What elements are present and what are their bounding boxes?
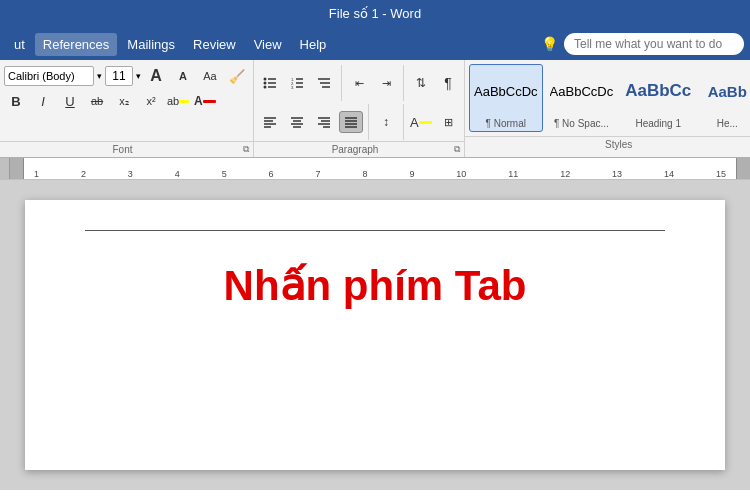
menu-item-mailings[interactable]: Mailings	[119, 33, 183, 56]
style-normal-name: ¶ Normal	[486, 118, 526, 129]
search-box[interactable]	[564, 33, 744, 55]
shading-color-bar	[419, 121, 432, 124]
ruler-tick-9: 9	[409, 169, 414, 179]
ruler-tick-12: 12	[560, 169, 570, 179]
font-group: ▾ ▾ A A Aa 🧹 B I U ab x₂ x²	[0, 60, 254, 157]
underline-button[interactable]: U	[58, 90, 82, 112]
style-normal-preview: AaBbCcDc	[474, 67, 538, 116]
ruler-tick-3: 3	[128, 169, 133, 179]
line-spacing-button[interactable]: ↕	[374, 111, 398, 133]
style-heading1-name: Heading 1	[635, 118, 681, 129]
ruler-tick-1: 1	[34, 169, 39, 179]
font-size-dropdown-icon[interactable]: ▾	[136, 71, 141, 81]
document-page[interactable]: Nhấn phím Tab	[25, 200, 725, 470]
svg-point-5	[264, 86, 267, 89]
align-right-button[interactable]	[312, 111, 336, 133]
show-hide-button[interactable]: ¶	[436, 72, 460, 94]
para-sep-4	[403, 104, 404, 140]
font-row-1: ▾ ▾ A A Aa 🧹	[4, 65, 249, 87]
ruler-tick-4: 4	[175, 169, 180, 179]
font-group-body: ▾ ▾ A A Aa 🧹 B I U ab x₂ x²	[0, 60, 253, 141]
ruler-tick-11: 11	[508, 169, 518, 179]
align-left-icon	[263, 115, 277, 129]
paragraph-group-body: 1.2.3. ⇤ ⇥ ⇅ ¶	[254, 60, 464, 141]
font-size-input[interactable]	[105, 66, 133, 86]
svg-point-4	[264, 82, 267, 85]
menu-item-references[interactable]: References	[35, 33, 117, 56]
menu-item-ut[interactable]: ut	[6, 33, 33, 56]
ruler-white-area: 1 2 3 4 5 6 7 8 9 10 11 12 13 14 15	[24, 158, 736, 179]
font-case-button[interactable]: Aa	[198, 65, 222, 87]
menu-item-review[interactable]: Review	[185, 33, 244, 56]
font-name-input[interactable]	[4, 66, 94, 86]
font-shrink-button[interactable]: A	[171, 65, 195, 87]
multilevel-button[interactable]	[312, 72, 336, 94]
decrease-indent-button[interactable]: ⇤	[347, 72, 371, 94]
ruler-tick-14: 14	[664, 169, 674, 179]
ruler-tick-6: 6	[269, 169, 274, 179]
doc-heading[interactable]: Nhấn phím Tab	[85, 261, 665, 310]
font-row-2: B I U ab x₂ x² ab A	[4, 90, 217, 112]
align-center-button[interactable]	[285, 111, 309, 133]
numbering-icon: 1.2.3.	[290, 76, 304, 90]
font-name-dropdown-icon[interactable]: ▾	[97, 71, 102, 81]
multilevel-icon	[317, 76, 331, 90]
style-no-spacing[interactable]: AaBbCcDc ¶ No Spac...	[545, 64, 619, 132]
ruler-tick-15: 15	[716, 169, 726, 179]
lightbulb-icon: 💡	[541, 36, 558, 52]
style-heading1-preview: AaBbCc	[625, 67, 691, 116]
font-expand-icon[interactable]: ⧉	[243, 144, 249, 155]
title-text: File số 1 - Word	[329, 6, 421, 21]
svg-text:3.: 3.	[291, 85, 294, 90]
align-center-icon	[290, 115, 304, 129]
increase-indent-button[interactable]: ⇥	[374, 72, 398, 94]
italic-button[interactable]: I	[31, 90, 55, 112]
font-color-button[interactable]: A	[193, 90, 217, 112]
strikethrough-button[interactable]: ab	[85, 90, 109, 112]
borders-button[interactable]: ⊞	[436, 111, 460, 133]
style-no-spacing-name: ¶ No Spac...	[554, 118, 609, 129]
style-heading1[interactable]: AaBbCc Heading 1	[620, 64, 696, 132]
title-bar: File số 1 - Word	[0, 0, 750, 28]
toolbar-section: ▾ ▾ A A Aa 🧹 B I U ab x₂ x²	[0, 60, 750, 157]
bullets-icon	[263, 76, 277, 90]
ruler-corner	[0, 158, 10, 179]
ruler: 1 2 3 4 5 6 7 8 9 10 11 12 13 14 15	[0, 158, 750, 180]
para-row-1: 1.2.3. ⇤ ⇥ ⇅ ¶	[258, 65, 460, 101]
menu-item-view[interactable]: View	[246, 33, 290, 56]
paragraph-group: 1.2.3. ⇤ ⇥ ⇅ ¶	[254, 60, 465, 157]
ruler-tick-10: 10	[456, 169, 466, 179]
sort-button[interactable]: ⇅	[409, 72, 433, 94]
font-group-label: Font	[4, 144, 241, 155]
ruler-tick-5: 5	[222, 169, 227, 179]
search-input[interactable]	[574, 37, 734, 51]
menu-item-help[interactable]: Help	[292, 33, 335, 56]
ruler-tick-8: 8	[362, 169, 367, 179]
styles-group-label: Styles	[469, 139, 750, 150]
justify-icon	[344, 115, 358, 129]
subscript-button[interactable]: x₂	[112, 90, 136, 112]
align-left-button[interactable]	[258, 111, 282, 133]
text-highlight-button[interactable]: ab	[166, 90, 190, 112]
para-sep-1	[341, 65, 342, 101]
ruler-tick-13: 13	[612, 169, 622, 179]
style-heading2[interactable]: AaBb He...	[698, 64, 750, 132]
shading-button[interactable]: A	[409, 111, 433, 133]
ruler-right-margin	[736, 158, 750, 179]
bold-button[interactable]: B	[4, 90, 28, 112]
paragraph-expand-icon[interactable]: ⧉	[454, 144, 460, 155]
superscript-button[interactable]: x²	[139, 90, 163, 112]
paragraph-group-footer: Paragraph ⧉	[254, 141, 464, 157]
clear-formatting-button[interactable]: 🧹	[225, 65, 249, 87]
ruler-ticks: 1 2 3 4 5 6 7 8 9 10 11 12 13 14 15	[24, 169, 736, 179]
ruler-tick-2: 2	[81, 169, 86, 179]
style-normal[interactable]: AaBbCcDc ¶ Normal	[469, 64, 543, 132]
font-grow-button[interactable]: A	[144, 65, 168, 87]
menu-search-area: 💡	[541, 33, 744, 55]
font-group-footer: Font ⧉	[0, 141, 253, 157]
bullets-button[interactable]	[258, 72, 282, 94]
para-sep-2	[403, 65, 404, 101]
justify-button[interactable]	[339, 111, 363, 133]
numbering-button[interactable]: 1.2.3.	[285, 72, 309, 94]
font-color-bar	[203, 100, 216, 103]
